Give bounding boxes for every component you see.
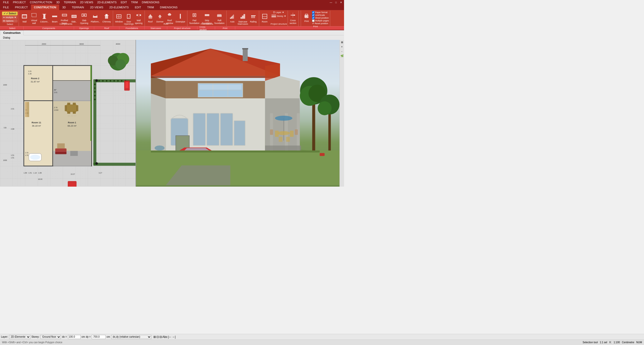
svg-rect-138 — [90, 66, 92, 141]
menu-dimensions[interactable]: DIMENSIONS — [140, 1, 161, 4]
svg-text:36.18 m²: 36.18 m² — [32, 125, 41, 127]
paper-format-check[interactable]: Paper format — [312, 11, 329, 14]
svg-rect-127 — [66, 104, 77, 112]
select-button[interactable]: ✓ ✓ Select — [2, 12, 18, 15]
tab-3d[interactable]: 3D — [59, 5, 69, 10]
print-button[interactable]: Print — [302, 12, 311, 24]
svg-rect-58 — [272, 15, 276, 16]
reset-icon: ↺ — [312, 22, 314, 25]
tab-2dviews[interactable]: 2D VIEWS — [87, 5, 107, 10]
multiple-pages-label: Multiple pages — [315, 19, 329, 22]
menu-edit[interactable]: EDIT — [119, 1, 129, 4]
svg-rect-135 — [55, 152, 66, 154]
svg-rect-215 — [151, 151, 320, 165]
svg-text:2.88: 2.88 — [11, 128, 14, 130]
tab-project[interactable]: PROJECT — [12, 5, 31, 10]
select-label: ✓ Select — [6, 12, 16, 15]
svg-rect-24 — [140, 14, 141, 16]
menu-bar: FILE PROJECT CONSTRUCTION 3D TERRAIN 2D … — [0, 0, 344, 5]
room-icon: room — [262, 14, 267, 20]
platform-icon — [92, 14, 98, 20]
tab-dimensions[interactable]: DIMENSIONS — [157, 5, 181, 10]
svg-point-142 — [115, 59, 125, 69]
svg-point-87 — [121, 80, 122, 81]
svg-rect-48 — [232, 16, 233, 19]
svg-rect-129 — [76, 105, 78, 111]
storey-dropdown[interactable]: Storey ▼ — [271, 14, 286, 18]
svg-rect-3 — [32, 13, 36, 17]
roof-label-group: Roof — [145, 23, 187, 26]
tab-edit[interactable]: EDIT — [132, 5, 144, 10]
tab-trim[interactable]: TRIM — [144, 5, 157, 10]
unit-scale-checkbox[interactable] — [312, 14, 315, 16]
svg-point-82 — [102, 80, 104, 81]
svg-rect-46 — [230, 18, 231, 19]
tab-terrain[interactable]: TERRAIN — [69, 5, 87, 10]
profiled-beam-icon — [62, 12, 67, 19]
layer-dropdown[interactable]: ☰ Layer ▼ — [273, 11, 284, 14]
multiple-button[interactable]: ✦ Multiple ▼ — [2, 16, 18, 19]
options-button[interactable]: ⚙ Options — [2, 19, 18, 22]
panel-btn-4[interactable]: 🌿 — [340, 54, 344, 58]
reset-position-btn[interactable]: ↺ Reset position — [312, 22, 329, 25]
window-controls: — □ ✕ — [329, 1, 343, 4]
menu-2delements[interactable]: 2D-ELEMENTS — [95, 1, 119, 4]
sub-foundations: Foundations — [119, 26, 145, 30]
svg-rect-170 — [242, 48, 248, 49]
dialog-tab[interactable]: Dialog — [1, 36, 12, 39]
ribbon-tabs: FILE PROJECT CONSTRUCTION 3D TERRAIN 2D … — [0, 5, 344, 10]
menu-2dviews[interactable]: 2D VIEWS — [78, 1, 95, 4]
right-panel: ⊞ + - 🌿 — [340, 40, 344, 187]
sub-components: Components — [24, 26, 74, 30]
panel-btn-1[interactable]: ⊞ — [340, 41, 344, 44]
panel-btn-2[interactable]: + — [340, 45, 344, 49]
svg-rect-208 — [312, 101, 315, 151]
select-group-label: Select — [2, 23, 18, 25]
house-3d-svg — [136, 40, 340, 187]
strip-foundation-icon — [204, 12, 210, 19]
tab-construction[interactable]: CONSTRUCTION — [31, 5, 59, 10]
multiple-pages-checkbox[interactable] — [312, 19, 315, 22]
menu-file[interactable]: FILE — [1, 1, 11, 4]
minimize-btn[interactable]: — — [329, 1, 333, 4]
svg-point-155 — [95, 79, 98, 82]
menu-construction[interactable]: CONSTRUCTION — [28, 1, 54, 4]
svg-rect-35 — [180, 14, 181, 19]
svg-text:2.01: 2.01 — [54, 92, 57, 93]
tab-2delements[interactable]: 2D-ELEMENTS — [106, 5, 132, 10]
paper-format-checkbox[interactable] — [312, 11, 315, 14]
sub-roof: Roof — [94, 26, 119, 30]
svg-point-93 — [94, 99, 96, 100]
multiple-pages-check[interactable]: Multiple pages — [312, 19, 329, 22]
svg-rect-7 — [52, 16, 57, 17]
construction-tab[interactable]: Construction — [0, 30, 24, 35]
close-btn[interactable]: ✕ — [339, 1, 343, 4]
svg-text:2.76: 2.76 — [54, 107, 57, 108]
virtual-wall-icon — [31, 12, 37, 19]
sheet-position-checkbox[interactable] — [312, 17, 315, 19]
menu-terrain[interactable]: TERRAIN — [62, 1, 78, 4]
tab-file[interactable]: FILE — [0, 5, 12, 10]
svg-text:3000: 3000 — [79, 43, 84, 45]
openings-group: Window Door Wall opening Openings — [113, 11, 145, 26]
sheet-position-check[interactable]: Sheet position — [312, 17, 329, 19]
ribbon-content: ✓ ✓ Select ✦ Multiple ▼ ⚙ Options Select… — [0, 10, 344, 26]
svg-text:66.23 m²: 66.23 m² — [67, 125, 76, 127]
menu-3d[interactable]: 3D — [54, 1, 62, 4]
unit-scale-check[interactable]: Unit/Scale — [312, 14, 329, 16]
view-3d[interactable] — [136, 40, 340, 187]
menu-project[interactable]: PROJECT — [11, 1, 28, 4]
svg-rect-178 — [193, 113, 206, 146]
foundations-group: Pad foundation Strip foundation Raft fou… — [187, 11, 227, 26]
menu-trim[interactable]: TRIM — [129, 1, 140, 4]
svg-rect-30 — [159, 17, 161, 18]
svg-rect-197 — [295, 129, 298, 135]
sub-tab-area: Dialog — [0, 35, 344, 40]
floorplan[interactable]: 2000 3000 4000 1000 725 1000 — [0, 40, 135, 187]
openings-label: Openings — [113, 23, 145, 26]
panel-btn-3[interactable]: - — [340, 50, 344, 53]
svg-text:2000: 2000 — [42, 43, 46, 45]
svg-text:2.26: 2.26 — [28, 73, 32, 75]
maximize-btn[interactable]: □ — [334, 1, 338, 4]
svg-text:2.01: 2.01 — [11, 108, 14, 110]
